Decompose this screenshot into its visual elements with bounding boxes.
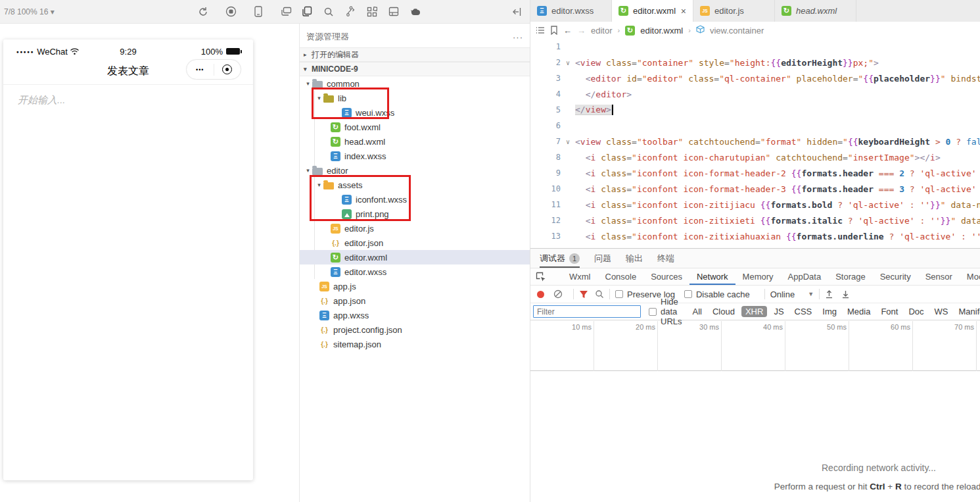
tree-item-app.wxss[interactable]: Ξapp.wxss bbox=[300, 308, 530, 322]
devtools-tab-sources[interactable]: Sources bbox=[643, 268, 689, 285]
grid-icon[interactable] bbox=[366, 6, 378, 18]
branch-icon[interactable] bbox=[344, 6, 356, 18]
debugger-tab-终端[interactable]: 终端 bbox=[657, 249, 674, 268]
disable-cache-checkbox[interactable]: Disable cache bbox=[684, 289, 750, 299]
tree-item-editor[interactable]: ▾editor bbox=[300, 163, 530, 178]
tree-item-app.js[interactable]: JSapp.js bbox=[300, 279, 530, 293]
devtools-tab-sensor[interactable]: Sensor bbox=[918, 268, 960, 285]
folder-icon bbox=[312, 168, 323, 175]
type-filter-manifest[interactable]: Manifest bbox=[954, 306, 980, 317]
type-filter-doc[interactable]: Doc bbox=[904, 306, 927, 317]
devtools-tab-mock[interactable]: Mock bbox=[960, 268, 980, 285]
breadcrumb-file[interactable]: editor.wxml bbox=[640, 26, 683, 36]
mini-program-body[interactable]: 开始输入... bbox=[3, 84, 253, 480]
search-icon[interactable] bbox=[323, 6, 335, 18]
tree-item-assets[interactable]: ▾assets bbox=[300, 178, 530, 192]
throttling-dropdown[interactable]: Online ▼ bbox=[770, 289, 814, 299]
code-line-5: 5</view> bbox=[530, 102, 980, 118]
bookmark-icon[interactable] bbox=[550, 26, 558, 35]
explorer-section-open-editors[interactable]: ▸打开的编辑器 bbox=[300, 47, 530, 62]
type-filter-img[interactable]: Img bbox=[818, 306, 841, 317]
tree-item-print.png[interactable]: print.png bbox=[300, 207, 530, 221]
phone-icon[interactable] bbox=[252, 6, 264, 18]
type-filter-media[interactable]: Media bbox=[843, 306, 874, 317]
forward-icon[interactable]: → bbox=[577, 26, 586, 36]
devtools-tab-storage[interactable]: Storage bbox=[828, 268, 873, 285]
tree-item-project.config.json[interactable]: {.}project.config.json bbox=[300, 322, 530, 337]
debugger-tab-输出[interactable]: 输出 bbox=[626, 249, 643, 268]
json-file-icon: {.} bbox=[319, 325, 329, 335]
chevron-down-icon[interactable]: ▾ bbox=[315, 182, 323, 188]
folder-icon bbox=[312, 81, 323, 88]
tree-item-editor.wxss[interactable]: Ξeditor.wxss bbox=[300, 264, 530, 279]
record-icon[interactable] bbox=[537, 291, 544, 298]
collapse-sidebar-icon[interactable] bbox=[511, 6, 523, 18]
tab-editor.wxss[interactable]: Ξeditor.wxss bbox=[530, 0, 612, 22]
tree-item-sitemap.json[interactable]: {.}sitemap.json bbox=[300, 337, 530, 351]
chevron-down-icon[interactable]: ▾ bbox=[315, 95, 323, 101]
ruler-tick: 60 ms bbox=[849, 321, 913, 371]
devtools-tab-console[interactable]: Console bbox=[598, 268, 644, 285]
tree-item-editor.js[interactable]: JSeditor.js bbox=[300, 221, 530, 236]
filter-funnel-icon[interactable] bbox=[579, 290, 588, 299]
devtools-tab-wxml[interactable]: Wxml bbox=[562, 268, 598, 285]
code-editor[interactable]: 12∨<view class="container" style="height… bbox=[530, 39, 980, 248]
tree-item-common[interactable]: ▾common bbox=[300, 76, 530, 91]
file-name: app.wxss bbox=[333, 311, 369, 320]
code-line-12: 12 <i class="iconfont icon-zitixieti {{f… bbox=[530, 213, 980, 228]
back-icon[interactable]: ← bbox=[563, 26, 572, 36]
devtools-tab-appdata[interactable]: AppData bbox=[781, 268, 829, 285]
device-selector[interactable]: 7/8 100% 16 ▾ bbox=[4, 7, 55, 16]
chevron-down-icon[interactable]: ▾ bbox=[304, 167, 312, 174]
stop-icon[interactable] bbox=[225, 6, 237, 18]
type-filter-all[interactable]: All bbox=[689, 306, 706, 317]
tree-item-editor.wxml[interactable]: ↻editor.wxml bbox=[300, 250, 530, 264]
breadcrumb-folder[interactable]: editor bbox=[591, 26, 613, 36]
explorer-more-icon[interactable]: ··· bbox=[513, 32, 523, 42]
tab-editor.js[interactable]: JSeditor.js bbox=[693, 0, 775, 22]
breadcrumb-node[interactable]: view.container bbox=[710, 26, 764, 36]
chevron-down-icon[interactable]: ▾ bbox=[304, 80, 312, 87]
file-name: print.png bbox=[356, 209, 389, 219]
wxss-file-icon: Ξ bbox=[537, 6, 547, 16]
search-network-icon[interactable] bbox=[595, 289, 604, 299]
panel-icon[interactable] bbox=[388, 6, 400, 18]
windows-icon[interactable] bbox=[280, 6, 292, 18]
filter-input[interactable] bbox=[533, 305, 641, 318]
clear-icon[interactable] bbox=[553, 289, 563, 299]
refresh-icon[interactable] bbox=[197, 6, 209, 18]
type-filter-cloud[interactable]: Cloud bbox=[709, 306, 739, 317]
import-har-icon[interactable] bbox=[825, 289, 833, 299]
close-icon[interactable]: × bbox=[681, 6, 686, 16]
tab-head.wxml[interactable]: ↻head.wxml bbox=[775, 0, 856, 22]
type-filter-xhr[interactable]: XHR bbox=[741, 306, 767, 317]
outline-icon[interactable] bbox=[536, 26, 545, 34]
pot-icon[interactable] bbox=[409, 6, 421, 18]
devtools-tab-network[interactable]: Network bbox=[689, 268, 735, 285]
devtools-tab-memory[interactable]: Memory bbox=[735, 268, 781, 285]
export-har-icon[interactable] bbox=[841, 289, 850, 299]
tree-item-weui.wxss[interactable]: Ξweui.wxss bbox=[300, 105, 530, 120]
type-filter-font[interactable]: Font bbox=[877, 306, 902, 317]
devtools-tab-bar: WxmlConsoleSourcesNetworkMemoryAppDataSt… bbox=[530, 268, 980, 286]
explorer-section-project-root[interactable]: ▾MINICODE-9 bbox=[300, 62, 530, 76]
home-button[interactable] bbox=[214, 64, 241, 74]
devtools-tab-security[interactable]: Security bbox=[873, 268, 918, 285]
more-button[interactable]: ••• bbox=[187, 66, 214, 73]
code-line-3: 3 <editor id="editor" class="ql-containe… bbox=[530, 70, 980, 86]
tree-item-index.wxss[interactable]: Ξindex.wxss bbox=[300, 149, 530, 163]
tab-editor.wxml[interactable]: ↻editor.wxml× bbox=[612, 0, 693, 22]
inspect-element-icon[interactable] bbox=[536, 272, 546, 282]
tree-item-foot.wxml[interactable]: ↻foot.wxml bbox=[300, 120, 530, 134]
debugger-tab-调试器[interactable]: 调试器1 bbox=[540, 249, 580, 268]
files-icon[interactable] bbox=[301, 6, 313, 18]
debugger-tab-问题[interactable]: 问题 bbox=[594, 249, 611, 268]
tree-item-editor.json[interactable]: {.}editor.json bbox=[300, 236, 530, 250]
type-filter-ws[interactable]: WS bbox=[931, 306, 952, 317]
tree-item-head.wxml[interactable]: ↻head.wxml bbox=[300, 134, 530, 149]
tree-item-iconfont.wxss[interactable]: Ξiconfont.wxss bbox=[300, 192, 530, 207]
tree-item-app.json[interactable]: {.}app.json bbox=[300, 293, 530, 308]
tree-item-lib[interactable]: ▾lib bbox=[300, 91, 530, 105]
type-filter-css[interactable]: CSS bbox=[791, 306, 816, 317]
type-filter-js[interactable]: JS bbox=[770, 306, 787, 317]
